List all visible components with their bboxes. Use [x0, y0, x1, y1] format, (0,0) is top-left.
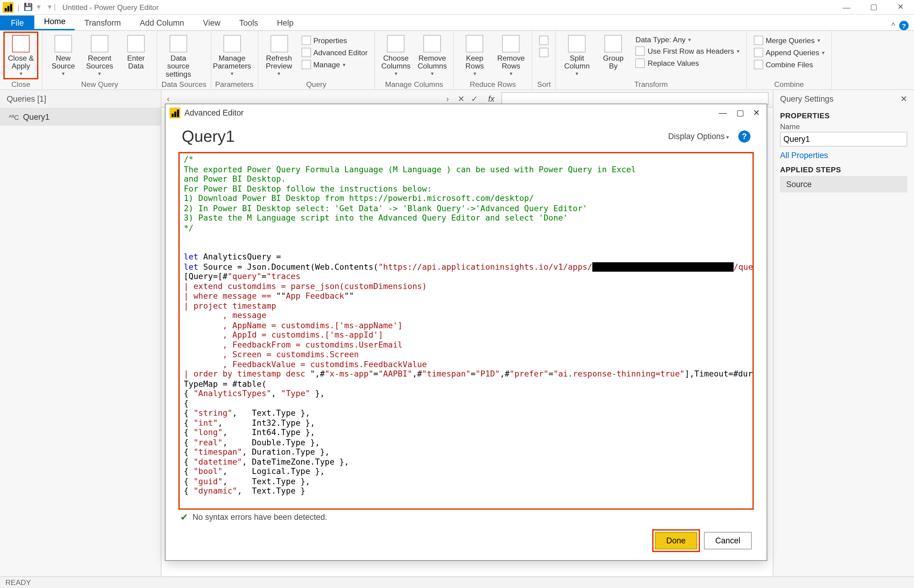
sort-desc-button[interactable] [536, 47, 551, 58]
advanced-editor-dialog: Advanced Editor — ▢ ✕ Query1 Display Opt… [165, 103, 767, 561]
ae-status-text: No syntax errors have been detected. [192, 512, 327, 522]
tab-add-column[interactable]: Add Column [130, 15, 194, 30]
collapse-ribbon-icon[interactable]: ^ [891, 21, 895, 30]
nav-left-icon[interactable]: ‹ [162, 94, 175, 103]
properties-heading: PROPERTIES [780, 111, 907, 120]
step-source[interactable]: Source [781, 177, 907, 192]
remove-rows-button[interactable]: Remove Rows▾ [494, 32, 528, 77]
group-manage-columns-label: Manage Columns [379, 80, 449, 89]
tab-view[interactable]: View [194, 15, 230, 30]
new-source-button[interactable]: New Source▾ [47, 32, 80, 77]
abc-icon: ᴬᴮC [9, 113, 19, 121]
tab-tools[interactable]: Tools [230, 15, 267, 30]
save-icon[interactable]: 💾 [24, 3, 33, 11]
ae-close-button[interactable]: ✕ [753, 108, 760, 118]
close-apply-button[interactable]: Close & Apply▾ [4, 32, 37, 79]
group-parameters-label: Parameters [215, 80, 254, 89]
refresh-preview-button[interactable]: Refresh Preview▾ [262, 32, 296, 77]
sort-asc-button[interactable] [536, 35, 551, 46]
group-sort-label: Sort [536, 80, 551, 89]
append-queries-button[interactable]: Append Queries [751, 47, 827, 58]
all-properties-link[interactable]: All Properties [780, 150, 828, 160]
applied-steps-heading: APPLIED STEPS [780, 165, 907, 173]
properties-button[interactable]: Properties [299, 35, 371, 46]
window-title: Untitled - Power Query Editor [63, 3, 159, 11]
accept-formula-icon[interactable]: ✓ [468, 94, 481, 103]
tab-home[interactable]: Home [34, 14, 75, 30]
ae-code-editor[interactable]: /* The exported Power Query Formula Lang… [179, 153, 753, 509]
queries-header: Queries [1] [0, 90, 161, 108]
manage-button[interactable]: Manage [299, 59, 371, 70]
minimize-button[interactable]: — [833, 0, 860, 15]
group-new-query-label: New Query [47, 80, 153, 89]
powerbi-icon [3, 2, 14, 13]
remove-columns-button[interactable]: Remove Columns▾ [415, 32, 449, 77]
ae-heading: Query1 [182, 127, 235, 146]
group-transform-label: Transform [560, 80, 742, 89]
query-name-input[interactable] [780, 132, 907, 147]
ribbon-tabs: File Home Transform Add Column View Tool… [0, 15, 914, 31]
keep-rows-button[interactable]: Keep Rows▾ [458, 32, 491, 77]
formula-input[interactable] [502, 92, 769, 105]
group-data-sources-label: Data Sources [162, 80, 207, 89]
ae-minimize-button[interactable]: — [719, 108, 727, 118]
first-row-headers-button[interactable]: Use First Row as Headers [633, 46, 742, 57]
cancel-formula-icon[interactable]: ✕ [454, 94, 468, 103]
query-settings-header: Query Settings [780, 94, 833, 103]
query-item[interactable]: ᴬᴮC Query1 [0, 108, 161, 126]
redacted-app-id: XXXXXXXXXXXXXXXXXXXXXXXX [592, 262, 733, 271]
help-icon[interactable]: ? [899, 21, 909, 30]
display-options-button[interactable]: Display Options [668, 132, 729, 141]
ae-maximize-button[interactable]: ▢ [736, 108, 744, 118]
tab-transform[interactable]: Transform [75, 15, 130, 30]
advanced-editor-button[interactable]: Advanced Editor [299, 47, 371, 58]
tab-file[interactable]: File [0, 15, 34, 30]
powerbi-icon [170, 108, 181, 119]
enter-data-button[interactable]: Enter Data [119, 32, 153, 70]
group-reduce-rows-label: Reduce Rows [458, 80, 528, 89]
query-settings-pane: Query Settings ✕ PROPERTIES Name All Pro… [773, 90, 914, 577]
ae-help-icon[interactable]: ? [738, 130, 750, 142]
name-label: Name [780, 123, 907, 131]
split-column-button[interactable]: Split Column▾ [560, 32, 594, 77]
group-combine-label: Combine [751, 80, 827, 89]
ae-title: Advanced Editor [185, 108, 244, 118]
nav-right-icon[interactable]: › [441, 94, 454, 103]
close-window-button[interactable]: ✕ [887, 0, 914, 15]
titlebar: | 💾 ▾ ▾ | Untitled - Power Query Editor … [0, 0, 914, 15]
close-settings-icon[interactable]: ✕ [900, 94, 907, 103]
group-close-label: Close [4, 80, 37, 89]
done-button[interactable]: Done [655, 532, 697, 549]
merge-queries-button[interactable]: Merge Queries [751, 35, 827, 46]
data-source-settings-button[interactable]: Data source settings [162, 32, 195, 78]
query-item-label: Query1 [23, 112, 50, 121]
group-by-button[interactable]: Group By [596, 32, 630, 70]
tab-help[interactable]: Help [267, 15, 303, 30]
cancel-button[interactable]: Cancel [704, 532, 752, 549]
maximize-button[interactable]: ▢ [860, 0, 887, 15]
choose-columns-button[interactable]: Choose Columns▾ [379, 32, 412, 77]
combine-files-button[interactable]: Combine Files [751, 59, 827, 70]
check-icon: ✔ [180, 512, 188, 523]
replace-values-button[interactable]: Replace Values [633, 58, 742, 69]
group-query-label: Query [262, 80, 370, 89]
data-type-button[interactable]: Data Type: Any [633, 35, 742, 44]
ribbon: Close & Apply▾ Close New Source▾ Recent … [0, 31, 914, 90]
queries-pane: Queries [1] ᴬᴮC Query1 [0, 90, 162, 577]
manage-parameters-button[interactable]: Manage Parameters▾ [215, 32, 249, 77]
fx-label[interactable]: fx [481, 94, 502, 103]
recent-sources-button[interactable]: Recent Sources▾ [83, 32, 116, 77]
status-bar: READY [0, 576, 914, 588]
